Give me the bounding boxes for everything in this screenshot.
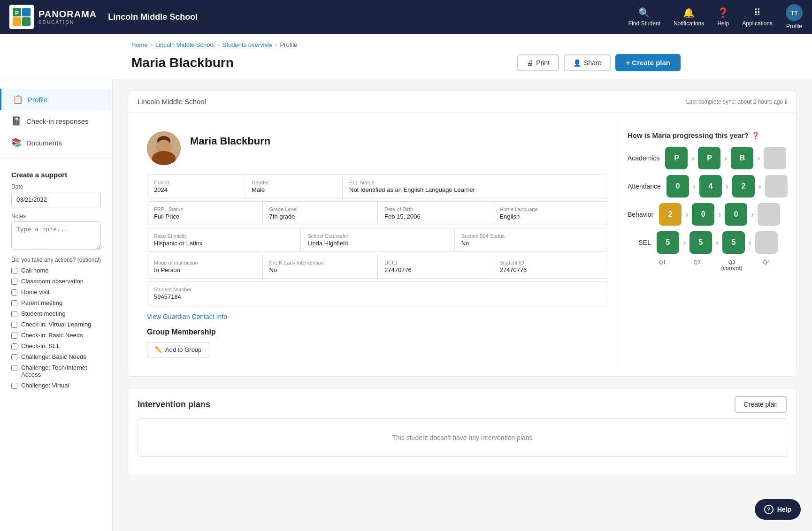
add-to-group-button[interactable]: ✏️ Add to Group: [147, 342, 209, 357]
notes-label: Notes: [11, 213, 101, 220]
help-button[interactable]: ? Help: [755, 499, 801, 520]
section504-value: No: [461, 240, 601, 247]
create-plan-label: + Create plan: [626, 59, 670, 67]
breadcrumb-school[interactable]: Lincoln Middle School: [155, 41, 214, 48]
checkbox-classroom-input[interactable]: [11, 279, 17, 285]
actions-label: Did you take any actions? (optional): [11, 257, 101, 263]
breadcrumb-sep1: ›: [151, 41, 153, 48]
logo-area[interactable]: P PANORAMA EDUCATION: [9, 5, 97, 29]
sidebar-checkin-label: Check-in responses: [26, 117, 89, 125]
page-header: Home › Lincoln Middle School › Students …: [0, 34, 812, 79]
sel-label: SEL: [628, 239, 657, 246]
svg-rect-1: [22, 8, 31, 16]
progress-title: How is Maria progressing this year? ❓: [628, 131, 778, 139]
q4-label: Q4: [755, 259, 778, 271]
page-title-row: Maria Blackburn 🖨 Print 👤 Share + Create…: [131, 54, 681, 71]
checkbox-classroom[interactable]: Classroom observation: [11, 278, 101, 285]
sidebar-profile-label: Profile: [28, 96, 48, 104]
share-icon: 👤: [573, 59, 581, 67]
checkbox-challenge-basic[interactable]: Challenge: Basic Needs: [11, 353, 101, 360]
sidebar-item-documents[interactable]: 📚 Documents: [0, 132, 112, 153]
svg-rect-3: [22, 17, 31, 26]
gender-label: Gender: [252, 180, 336, 185]
breadcrumb-students[interactable]: Students overview: [222, 41, 272, 48]
checkbox-student-meeting-input[interactable]: [11, 311, 17, 317]
cohort-value: 2024: [154, 186, 238, 193]
svg-rect-2: [13, 17, 21, 26]
breadcrumb-current: Profile: [280, 41, 297, 48]
date-input[interactable]: [11, 192, 101, 207]
checkbox-checkin-virtual-input[interactable]: [11, 322, 17, 328]
quarter-labels-row: Q1 Q2 Q3(current) Q4: [628, 259, 778, 271]
checkbox-challenge-virtual[interactable]: Challenge: Virtual: [11, 382, 101, 389]
race-value: Hispanic or Latinx: [154, 240, 294, 247]
notifications-nav[interactable]: 🔔 Notifications: [674, 7, 704, 27]
profile-nav[interactable]: TT Profile: [786, 4, 803, 30]
checkbox-parent-meeting-input[interactable]: [11, 300, 17, 306]
checkbox-challenge-tech-input[interactable]: [11, 365, 17, 371]
create-plan-button-2[interactable]: Create plan: [735, 396, 787, 413]
create-support-section: Create a support Date Notes Did you take…: [0, 163, 112, 400]
add-group-label: Add to Group: [165, 346, 201, 353]
checkbox-parent-meeting[interactable]: Parent meeting: [11, 299, 101, 306]
notes-textarea[interactable]: [11, 221, 101, 250]
applications-nav[interactable]: ⠿ Applications: [742, 7, 773, 27]
checkbox-challenge-basic-input[interactable]: [11, 354, 17, 360]
notifications-label: Notifications: [674, 20, 704, 27]
guardian-link[interactable]: View Guardian Contact Info: [147, 313, 227, 320]
find-student-nav[interactable]: 🔍 Find Student: [628, 7, 660, 27]
profile-nav-label: Profile: [786, 23, 802, 30]
checkbox-call-home[interactable]: Call home: [11, 267, 101, 274]
checkbox-checkin-basic-input[interactable]: [11, 333, 17, 339]
checkbox-challenge-virtual-input[interactable]: [11, 383, 17, 389]
behavior-label: Behavior: [628, 211, 659, 218]
attendance-q4: [765, 175, 788, 197]
checkbox-home-visit-input[interactable]: [11, 289, 17, 296]
breadcrumb-home[interactable]: Home: [131, 41, 148, 48]
checkbox-call-home-input[interactable]: [11, 268, 17, 274]
sidebar-item-checkin[interactable]: 📓 Check-in responses: [0, 110, 112, 132]
checkbox-list: Call home Classroom observation Home vis…: [11, 267, 101, 389]
checkbox-student-meeting[interactable]: Student meeting: [11, 310, 101, 317]
student-name: Maria Blackburn: [190, 135, 270, 147]
academics-q3: B: [731, 147, 753, 169]
breadcrumb-sep2: ›: [218, 41, 220, 48]
info-row-2: FRPL Status Full Price Grade Level 7th g…: [147, 201, 608, 225]
checkbox-home-visit[interactable]: Home visit: [11, 288, 101, 296]
prek-label: Pre K Early Intervention: [269, 260, 371, 266]
checkbox-checkin-virtual[interactable]: Check-in: Virtual Learning: [11, 321, 101, 328]
sidebar-item-profile[interactable]: 📋 Profile: [0, 89, 112, 110]
profile-split: Maria Blackburn Cohort 2024: [138, 122, 787, 367]
behavior-q2: 0: [692, 203, 714, 226]
q2-label: Q2: [686, 259, 708, 271]
grade-label: Grade Level: [269, 206, 371, 212]
attendance-label: Attendance: [628, 182, 666, 190]
nav-avatar: TT: [786, 4, 803, 21]
grade-cell: Grade Level 7th grade: [263, 202, 378, 225]
mode-value: In Person: [154, 266, 256, 273]
checkbox-checkin-sel[interactable]: Check-in: SEL: [11, 342, 101, 349]
help-nav[interactable]: ❓ Help: [717, 7, 729, 27]
checkbox-checkin-sel-input[interactable]: [11, 343, 17, 349]
academics-quarters: P › P › B ›: [665, 147, 786, 169]
dcid-label: DCID: [384, 260, 486, 266]
checkbox-challenge-tech[interactable]: Challenge: Tech/Internet Access: [11, 364, 101, 378]
share-button[interactable]: 👤 Share: [564, 54, 611, 71]
info-row-3: Race Ethnicity Hispanic or Latinx School…: [147, 228, 608, 252]
create-plan-button[interactable]: + Create plan: [615, 54, 681, 71]
printer-icon: 🖨: [527, 59, 533, 67]
intervention-empty-card: This student doesn't have any interventi…: [138, 418, 787, 457]
grade-value: 7th grade: [269, 213, 371, 220]
academics-label: Academics: [628, 154, 665, 162]
create-support-title: Create a support: [11, 171, 101, 179]
print-button[interactable]: 🖨 Print: [517, 54, 559, 71]
ell-value: Not Identified as an English Language Le…: [349, 186, 601, 193]
checkbox-checkin-basic[interactable]: Check-in: Basic Needs: [11, 332, 101, 339]
sel-q4: [755, 231, 778, 254]
student-id-label: Student ID: [500, 260, 602, 266]
main-content: Lincoln Middle School Last complete sync…: [113, 79, 812, 531]
create-plan-label-2: Create plan: [744, 401, 778, 408]
svg-text:P: P: [15, 10, 19, 16]
progress-title-text: How is Maria progressing this year?: [628, 131, 749, 139]
dcid-cell: DCID 27470776: [378, 255, 493, 278]
